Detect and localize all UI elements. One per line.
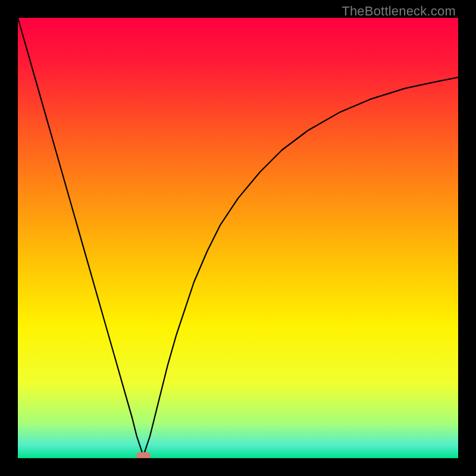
bottleneck-curve bbox=[18, 18, 458, 456]
cusp-marker bbox=[136, 452, 151, 458]
chart-stage: TheBottleneck.com bbox=[0, 0, 476, 476]
watermark-text: TheBottleneck.com bbox=[342, 4, 456, 19]
curve-layer bbox=[18, 18, 458, 458]
plot-area bbox=[18, 18, 458, 458]
